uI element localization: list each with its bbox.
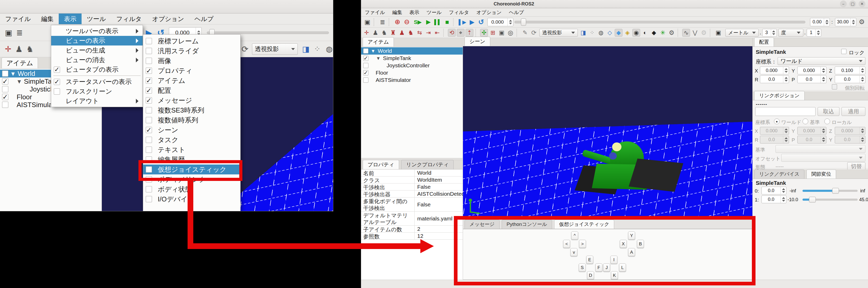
item-checkbox[interactable]: ✓ [363, 56, 368, 61]
render-settings-gear-icon[interactable]: ⚙ [668, 29, 676, 37]
menu-checkbox[interactable] [146, 186, 152, 192]
submenu-item-message[interactable]: ✓メッセージ [143, 95, 240, 105]
y-spinbox[interactable]: 0.000 [797, 66, 827, 74]
submenu-item-image[interactable]: 画像 [143, 56, 240, 66]
scene-capture-icon[interactable]: ◨ [301, 45, 311, 54]
menu-checkbox[interactable]: ✓ [146, 67, 152, 74]
time-spinbox[interactable]: 0.000 [487, 18, 514, 26]
menu-checkbox[interactable] [146, 137, 152, 143]
joint-slider-icon[interactable]: ⌖ [457, 29, 465, 37]
view-rotate-icon[interactable]: ⟳ [530, 29, 538, 37]
joint-1-spinbox[interactable]: 0.0 [762, 196, 786, 203]
trajectory-icon[interactable]: ⋁ [691, 29, 699, 37]
menu-item-layout[interactable]: レイアウト [51, 96, 143, 106]
item-checkbox[interactable]: ✓ [2, 94, 8, 100]
r-spinbox[interactable]: 0.0 [760, 76, 789, 83]
ros-subscribe-icon[interactable]: ⊖ [403, 18, 411, 26]
submenu-item-item[interactable]: ✓アイテム [143, 76, 240, 86]
fetch-button[interactable]: 取込 [817, 107, 839, 116]
menu-checkbox[interactable] [146, 117, 152, 123]
item-checkbox[interactable] [2, 70, 8, 77]
range-end-arrows[interactable] [850, 18, 856, 26]
joint-0-slider-knob[interactable] [832, 188, 839, 194]
menu-help[interactable]: ヘルプ [505, 8, 528, 17]
menu-options[interactable]: オプション [147, 13, 189, 24]
time-slider[interactable] [515, 21, 805, 23]
item-checkbox[interactable] [2, 102, 8, 108]
z-spinbox[interactable]: 0.100 [835, 66, 865, 74]
visibility-eye-icon[interactable]: ◉ [632, 29, 640, 37]
move-marker-icon[interactable]: ✣ [480, 29, 488, 37]
time-spin-arrows[interactable] [507, 18, 513, 26]
item-checkbox[interactable] [363, 78, 368, 83]
length-digits-arrows[interactable] [771, 29, 777, 36]
item-checkbox[interactable]: ✓ [2, 78, 8, 84]
tab-item[interactable]: アイテム [2, 57, 38, 68]
angle-unit-select[interactable]: 度 [778, 29, 803, 37]
tree-row-floor[interactable]: ✓ Floor [361, 69, 463, 77]
playback-start-icon[interactable]: ▌▶ [458, 18, 467, 26]
menu-checkbox[interactable]: ✓ [54, 66, 60, 73]
menu-filter[interactable]: フィルタ [111, 13, 147, 24]
tab-item[interactable]: アイテム [363, 37, 394, 47]
menu-checkbox[interactable]: ✓ [146, 87, 152, 93]
item-checkbox[interactable] [363, 48, 368, 54]
menu-checkbox[interactable] [146, 147, 152, 153]
item-checkbox[interactable] [363, 63, 368, 68]
robot-init-pose-icon[interactable]: ♜ [389, 29, 397, 37]
stop-simulation-icon[interactable]: ■ [443, 18, 451, 26]
robot-pose-icon-1[interactable]: ♟ [14, 45, 24, 54]
submenu-item-text[interactable]: テキスト [143, 145, 240, 155]
wireframe-cube-icon[interactable]: ◇ [606, 29, 614, 37]
item-checkbox[interactable]: ✓ [363, 70, 368, 76]
reset-time-icon[interactable]: ↺ [477, 18, 485, 26]
tree-row-joystickcontroller[interactable]: JoystickController [361, 62, 463, 69]
menu-view[interactable]: 表示 [406, 8, 423, 17]
menu-item-view-create[interactable]: ビューの生成 [51, 46, 143, 55]
maximize-button[interactable]: ▢ [849, 1, 856, 7]
highlight-star-icon[interactable]: ✳ [659, 29, 666, 37]
link-name-field[interactable] [755, 107, 815, 116]
ros-publish-icon[interactable]: ⊕ [393, 18, 402, 26]
translate-mode-icon[interactable]: ⇡ [466, 29, 473, 37]
menu-item-view-delete[interactable]: ビューの消去 [51, 55, 143, 65]
robot-restore-pose-icon[interactable]: ♞ [407, 29, 415, 37]
close-button[interactable]: ✕ [859, 1, 865, 7]
tree-row-simpletank[interactable]: ✓ ▾ SimpleTank [361, 55, 463, 62]
range-start-spinbox[interactable]: 0.00 [810, 18, 830, 26]
wire-sphere-icon[interactable]: ◍ [597, 29, 605, 37]
submenu-item-multi-se3-seq[interactable]: 複数SE3時系列 [143, 105, 240, 115]
submenu-item-generic-slider[interactable]: 汎用スライダ [143, 46, 240, 56]
point-cloud-icon[interactable]: ⁘ [312, 45, 322, 54]
menu-view[interactable]: 表示 [59, 13, 82, 24]
menu-item-status-bar[interactable]: ✓ ステータスバーの表示 [51, 77, 143, 87]
time-slider[interactable] [207, 31, 329, 34]
menu-tools[interactable]: ツール [82, 13, 111, 24]
tree-row-world[interactable]: ▾ World [361, 47, 463, 55]
pose-swap-icon[interactable]: ⇆ [416, 29, 424, 37]
item-checkbox[interactable] [2, 86, 8, 92]
menu-checkbox[interactable] [146, 58, 152, 64]
timebar-config-icon[interactable]: ⚙ [857, 18, 866, 27]
menu-checkbox[interactable] [146, 107, 152, 113]
menu-checkbox[interactable] [146, 196, 152, 202]
submenu-item-multi-value-seq[interactable]: 複数値時系列 [143, 115, 240, 125]
edit-mode-icon[interactable]: ✎ [521, 29, 529, 37]
robot-store-pose-icon[interactable]: ♟ [398, 29, 406, 37]
play-animation-icon[interactable]: ▶ [468, 18, 476, 26]
tab-link-position[interactable]: リンクポジション [754, 91, 805, 100]
range-start-arrows[interactable] [824, 18, 830, 26]
angle-digits-spinbox[interactable]: 1 [807, 29, 821, 37]
menu-checkbox[interactable]: ✓ [146, 127, 152, 133]
tab-link-property[interactable]: リンクプロパティ [401, 160, 454, 169]
minimize-button[interactable]: − [840, 1, 847, 7]
tab-property[interactable]: プロパティ [363, 160, 399, 169]
wire-sphere-icon[interactable]: ◍ [324, 45, 333, 54]
menu-options[interactable]: オプション [472, 8, 505, 17]
submenu-item-placement[interactable]: ✓配置 [143, 86, 240, 95]
tab-joint-displacement[interactable]: 関節変位 [806, 170, 836, 179]
menu-help[interactable]: ヘルプ [189, 13, 219, 24]
length-unit-select[interactable]: メートル [725, 29, 758, 37]
restart-simulation-icon[interactable]: ▶ [425, 18, 432, 26]
shadow-cube-icon[interactable]: ◆ [650, 29, 658, 37]
